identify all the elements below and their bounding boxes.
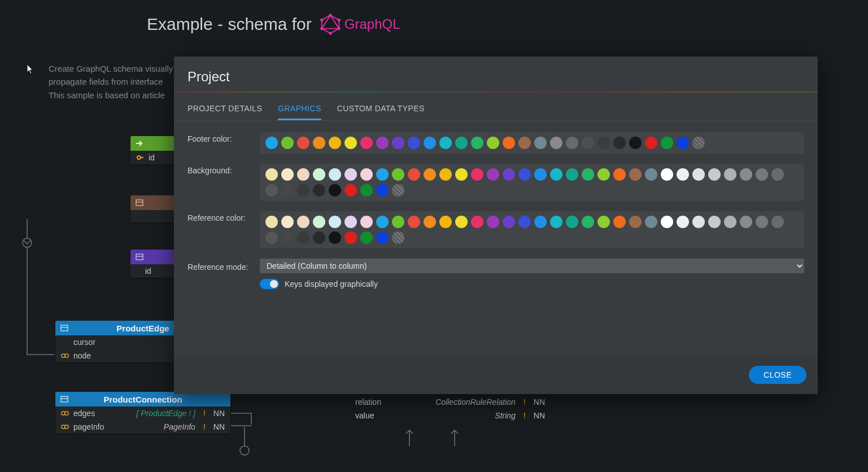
color-swatch[interactable] [550,216,562,228]
color-swatch[interactable] [661,137,673,149]
color-swatch[interactable] [392,137,404,149]
color-swatch[interactable] [313,184,325,196]
color-swatch[interactable] [582,137,594,149]
color-swatch[interactable] [281,184,294,196]
color-swatch[interactable] [534,137,547,149]
color-swatch[interactable] [566,168,578,181]
color-swatch[interactable] [708,216,721,228]
tab-graphics[interactable]: GRAPHICS [278,99,321,120]
color-swatch[interactable] [360,216,373,228]
color-swatch[interactable] [329,168,341,181]
color-swatch[interactable] [344,184,357,196]
no-color-swatch[interactable] [392,231,404,244]
color-swatch[interactable] [392,168,404,181]
color-swatch[interactable] [597,216,610,228]
color-swatch[interactable] [360,137,373,149]
color-swatch[interactable] [360,184,373,196]
no-color-swatch[interactable] [392,184,404,196]
color-swatch[interactable] [613,137,626,149]
color-swatch[interactable] [376,168,389,181]
color-swatch[interactable] [724,168,736,181]
color-swatch[interactable] [281,137,294,149]
color-swatch[interactable] [360,168,373,181]
color-swatch[interactable] [329,137,341,149]
color-swatch[interactable] [597,137,610,149]
color-swatch[interactable] [534,216,547,228]
color-swatch[interactable] [376,137,389,149]
color-swatch[interactable] [265,137,278,149]
color-swatch[interactable] [329,231,341,244]
color-swatch[interactable] [677,168,689,181]
tab-custom-data-types[interactable]: CUSTOM DATA TYPES [337,99,425,120]
color-swatch[interactable] [344,168,357,181]
color-swatch[interactable] [313,216,325,228]
color-swatch[interactable] [582,168,594,181]
color-swatch[interactable] [692,168,705,181]
color-swatch[interactable] [281,168,294,181]
color-swatch[interactable] [265,231,278,244]
color-swatch[interactable] [281,231,294,244]
color-swatch[interactable] [313,137,325,149]
close-button[interactable]: CLOSE [749,366,806,384]
color-swatch[interactable] [408,216,420,228]
color-swatch[interactable] [597,168,610,181]
color-swatch[interactable] [344,137,357,149]
color-swatch[interactable] [297,216,309,228]
color-swatch[interactable] [518,168,531,181]
keys-displayed-toggle[interactable] [260,279,279,289]
color-swatch[interactable] [360,231,373,244]
color-swatch[interactable] [661,216,673,228]
color-swatch[interactable] [329,184,341,196]
color-swatch[interactable] [487,168,499,181]
color-swatch[interactable] [677,137,689,149]
color-swatch[interactable] [566,137,578,149]
color-swatch[interactable] [550,137,562,149]
color-swatch[interactable] [629,137,642,149]
color-swatch[interactable] [645,216,657,228]
color-swatch[interactable] [439,168,452,181]
color-swatch[interactable] [708,168,721,181]
no-color-swatch[interactable] [692,137,705,149]
color-swatch[interactable] [439,216,452,228]
color-swatch[interactable] [281,216,294,228]
color-swatch[interactable] [313,168,325,181]
tab-project-details[interactable]: PROJECT DETAILS [187,99,262,120]
color-swatch[interactable] [677,216,689,228]
color-swatch[interactable] [471,216,483,228]
color-swatch[interactable] [424,216,436,228]
color-swatch[interactable] [740,168,752,181]
color-swatch[interactable] [376,231,389,244]
color-swatch[interactable] [329,216,341,228]
color-swatch[interactable] [471,137,483,149]
color-swatch[interactable] [724,216,736,228]
color-swatch[interactable] [344,231,357,244]
color-swatch[interactable] [439,137,452,149]
color-swatch[interactable] [518,216,531,228]
color-swatch[interactable] [376,216,389,228]
color-swatch[interactable] [487,137,499,149]
color-swatch[interactable] [455,168,468,181]
color-swatch[interactable] [771,216,784,228]
color-swatch[interactable] [265,216,278,228]
color-swatch[interactable] [645,137,657,149]
color-swatch[interactable] [487,216,499,228]
color-swatch[interactable] [297,137,309,149]
color-swatch[interactable] [756,216,768,228]
color-swatch[interactable] [692,216,705,228]
color-swatch[interactable] [471,168,483,181]
color-swatch[interactable] [740,216,752,228]
color-swatch[interactable] [518,137,531,149]
color-swatch[interactable] [455,137,468,149]
color-swatch[interactable] [408,137,420,149]
color-swatch[interactable] [265,184,278,196]
color-swatch[interactable] [582,216,594,228]
color-swatch[interactable] [424,168,436,181]
color-swatch[interactable] [265,168,278,181]
color-swatch[interactable] [503,137,515,149]
color-swatch[interactable] [613,168,626,181]
color-swatch[interactable] [297,231,309,244]
color-swatch[interactable] [629,216,642,228]
color-swatch[interactable] [455,216,468,228]
color-swatch[interactable] [392,216,404,228]
color-swatch[interactable] [756,168,768,181]
